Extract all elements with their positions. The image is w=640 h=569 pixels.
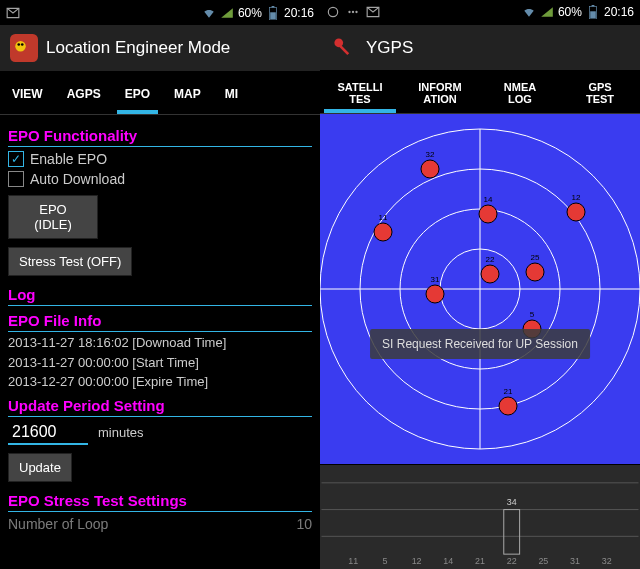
wifi-icon <box>522 5 536 19</box>
wifi-icon <box>202 6 216 20</box>
section-update-period: Update Period Setting <box>8 397 312 417</box>
svg-point-7 <box>328 8 337 17</box>
graph-x-label: 11 <box>348 556 358 566</box>
update-button[interactable]: Update <box>8 453 72 482</box>
tab-view[interactable]: VIEW <box>0 73 55 114</box>
satellite-label: 14 <box>484 195 493 204</box>
satellite-label: 32 <box>426 150 435 159</box>
satellite-label: 22 <box>486 255 495 264</box>
svg-point-8 <box>348 11 350 13</box>
signal-graph: 1151214212234253132 <box>320 464 640 569</box>
stress-test-button[interactable]: Stress Test (OFF) <box>8 247 132 276</box>
satellite-dot <box>374 223 392 241</box>
graph-x-label: 32 <box>602 556 612 566</box>
enable-epo-checkbox[interactable]: ✓ <box>8 151 24 167</box>
graph-x-label: 12 <box>412 556 422 566</box>
toast-message: SI Request Received for UP Session <box>370 329 590 359</box>
file-info-line: 2013-11-27 00:00:00 [Start Time] <box>8 354 312 372</box>
battery-icon <box>266 6 280 20</box>
svg-rect-2 <box>270 12 276 19</box>
satellite-label: 31 <box>431 275 440 284</box>
satellite-dot <box>499 397 517 415</box>
action-bar: YGPS <box>320 25 640 73</box>
satellite-dot <box>479 205 497 223</box>
satellite-dot <box>481 265 499 283</box>
svg-point-6 <box>21 43 24 46</box>
satellite-radar: 32111412222531521 SI Request Received fo… <box>320 114 640 464</box>
file-info-line: 2013-12-27 00:00:00 [Expire Time] <box>8 373 312 391</box>
graph-x-label: 14 <box>443 556 453 566</box>
tab-satellites[interactable]: SATELLITES <box>320 72 400 113</box>
svg-rect-1 <box>272 6 275 7</box>
satellite-label: 12 <box>572 193 581 202</box>
clock: 20:16 <box>284 6 314 20</box>
tab-information[interactable]: INFORMATION <box>400 72 480 113</box>
action-bar: Location Engineer Mode <box>0 25 320 73</box>
phone-left: 60% 20:16 Location Engineer Mode VIEW AG… <box>0 0 320 569</box>
svg-rect-12 <box>592 5 595 6</box>
satellite-label: 5 <box>530 310 535 319</box>
section-stress-settings: EPO Stress Test Settings <box>8 492 312 512</box>
signal-icon <box>540 5 554 19</box>
page-title: YGPS <box>366 38 413 58</box>
graph-x-label: 21 <box>475 556 485 566</box>
satellite-label: 25 <box>531 253 540 262</box>
page-title: Location Engineer Mode <box>46 38 230 58</box>
app-icon <box>10 34 38 62</box>
clock: 20:16 <box>604 5 634 19</box>
tab-agps[interactable]: AGPS <box>55 73 113 114</box>
phone-right: 60% 20:16 YGPS SATELLITES INFORMATION NM… <box>320 0 640 569</box>
enable-epo-label: Enable EPO <box>30 151 107 167</box>
stress-field-value: 10 <box>296 516 312 532</box>
status-bar: 60% 20:16 <box>320 0 640 25</box>
tab-bar: VIEW AGPS EPO MAP MI <box>0 73 320 115</box>
tab-nmea-log[interactable]: NMEALOG <box>480 72 560 113</box>
satellite-dot <box>426 285 444 303</box>
graph-bar <box>504 510 520 555</box>
tab-map[interactable]: MAP <box>162 73 213 114</box>
tab-bar: SATELLITES INFORMATION NMEALOG GPSTEST <box>320 72 640 114</box>
update-period-unit: minutes <box>98 425 144 440</box>
svg-point-10 <box>355 11 357 13</box>
svg-point-4 <box>15 41 26 52</box>
mail-icon <box>366 5 380 19</box>
file-info-line: 2013-11-27 18:16:02 [Downoad Time] <box>8 334 312 352</box>
battery-icon <box>586 5 600 19</box>
signal-icon <box>220 6 234 20</box>
auto-download-checkbox[interactable] <box>8 171 24 187</box>
status-bar: 60% 20:16 <box>0 0 320 25</box>
satellite-label: 21 <box>504 387 513 396</box>
menu-icon <box>346 5 360 19</box>
battery-pct: 60% <box>558 5 582 19</box>
update-period-input[interactable]: 21600 <box>8 421 88 445</box>
section-log: Log <box>8 286 312 306</box>
satellite-dot <box>567 203 585 221</box>
tab-mi[interactable]: MI <box>213 73 250 114</box>
satellite-dot <box>526 263 544 281</box>
svg-rect-16 <box>339 44 350 55</box>
graph-x-label: 25 <box>538 556 548 566</box>
tab-epo[interactable]: EPO <box>113 73 162 114</box>
auto-download-label: Auto Download <box>30 171 125 187</box>
satellite-label: 11 <box>379 213 388 222</box>
stress-field-label: Number of Loop <box>8 516 108 532</box>
battery-pct: 60% <box>238 6 262 20</box>
svg-point-9 <box>352 11 354 13</box>
mail-icon <box>6 6 20 20</box>
section-epo-functionality: EPO Functionality <box>8 127 312 147</box>
sync-icon <box>326 5 340 19</box>
app-icon <box>330 34 358 62</box>
svg-rect-13 <box>590 12 596 19</box>
graph-x-label: 31 <box>570 556 580 566</box>
section-file-info: EPO File Info <box>8 312 312 332</box>
graph-x-label: 22 <box>507 556 517 566</box>
satellite-dot <box>421 160 439 178</box>
graph-x-label: 5 <box>382 556 387 566</box>
epo-idle-button[interactable]: EPO (IDLE) <box>8 195 98 239</box>
tab-gps-test[interactable]: GPSTEST <box>560 72 640 113</box>
main-content: EPO Functionality ✓ Enable EPO Auto Down… <box>0 115 320 569</box>
graph-bar-value: 34 <box>507 497 517 507</box>
svg-point-5 <box>17 43 20 46</box>
